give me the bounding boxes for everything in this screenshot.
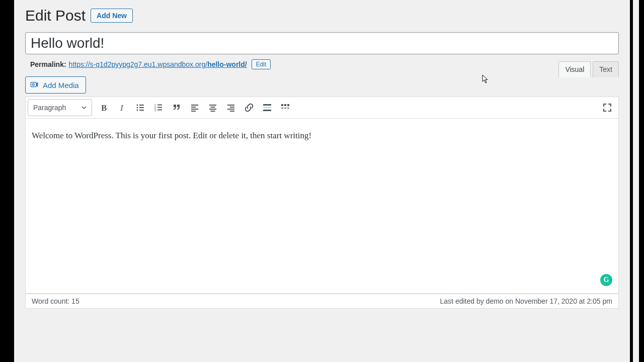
svg-rect-17 <box>191 107 196 108</box>
italic-button[interactable]: I <box>113 99 131 117</box>
right-black-bar <box>630 0 644 362</box>
add-media-label: Add Media <box>43 81 79 89</box>
read-more-icon <box>262 103 272 113</box>
bold-button[interactable]: B <box>95 99 113 117</box>
bold-icon: B <box>99 103 109 113</box>
svg-text:B: B <box>101 103 107 113</box>
permalink-link[interactable]: https://s-q1d2pyypg2g7.eu1.wpsandbox.org… <box>69 60 247 68</box>
page-header: Edit Post Add New <box>25 7 619 24</box>
post-title-input[interactable] <box>25 32 619 54</box>
align-left-icon <box>190 103 200 113</box>
svg-rect-20 <box>209 105 216 106</box>
bullet-list-icon <box>135 103 145 113</box>
add-new-button[interactable]: Add New <box>91 9 133 23</box>
svg-rect-34 <box>281 107 283 109</box>
align-right-icon <box>226 103 236 113</box>
numbered-list-icon: 123 <box>153 103 164 113</box>
align-center-icon <box>208 103 218 113</box>
content-paragraph: Welcome to WordPress. This is your first… <box>32 131 612 141</box>
align-right-button[interactable] <box>222 99 240 117</box>
svg-rect-5 <box>139 105 144 106</box>
svg-rect-35 <box>284 107 286 109</box>
svg-rect-16 <box>191 105 198 106</box>
svg-rect-9 <box>139 110 144 111</box>
read-more-button[interactable] <box>258 99 276 117</box>
link-icon <box>244 103 254 113</box>
permalink-slug: hello-world/ <box>207 60 247 68</box>
svg-rect-26 <box>227 109 234 110</box>
svg-rect-18 <box>191 109 198 110</box>
permalink-base: https://s-q1d2pyypg2g7.eu1.wpsandbox.org… <box>69 60 208 68</box>
editor-page: Edit Post Add New Permalink: https://s-q… <box>14 0 630 362</box>
svg-rect-29 <box>263 107 271 108</box>
camera-music-icon <box>30 80 39 89</box>
align-left-button[interactable] <box>186 99 204 117</box>
svg-rect-30 <box>263 110 271 111</box>
svg-point-1 <box>32 83 34 85</box>
chevron-down-icon <box>82 105 87 110</box>
edit-permalink-button[interactable]: Edit <box>252 59 271 69</box>
permalink-label: Permalink: <box>30 60 66 68</box>
status-bar: Word count: 15 Last edited by demo on No… <box>25 294 619 309</box>
svg-rect-7 <box>139 107 144 108</box>
svg-point-6 <box>137 107 138 109</box>
link-button[interactable] <box>240 99 258 117</box>
scrollbar-track[interactable] <box>633 0 639 362</box>
svg-rect-24 <box>227 105 234 106</box>
svg-text:I: I <box>120 103 124 113</box>
editor-tabs: Visual Text <box>558 61 619 77</box>
editor-toolbar: Paragraph B I 123 <box>25 97 619 119</box>
svg-rect-22 <box>209 109 216 110</box>
bullet-list-button[interactable] <box>131 99 149 117</box>
svg-text:3: 3 <box>154 109 156 112</box>
svg-rect-32 <box>284 104 286 106</box>
toolbar-toggle-button[interactable] <box>276 99 294 117</box>
tab-text[interactable]: Text <box>593 61 619 77</box>
svg-point-8 <box>137 110 138 111</box>
fullscreen-icon <box>602 103 612 113</box>
svg-rect-19 <box>191 111 196 112</box>
svg-rect-11 <box>157 105 162 106</box>
svg-rect-23 <box>211 111 215 112</box>
svg-point-4 <box>137 105 138 106</box>
svg-rect-13 <box>157 107 162 108</box>
last-edited: Last edited by demo on November 17, 2020… <box>440 297 612 305</box>
quote-icon <box>172 103 182 113</box>
tab-visual[interactable]: Visual <box>558 61 591 77</box>
toolbar-toggle-icon <box>280 103 290 113</box>
fullscreen-button[interactable] <box>598 99 616 117</box>
svg-rect-36 <box>287 107 289 109</box>
svg-rect-0 <box>31 82 36 87</box>
paragraph-select[interactable]: Paragraph <box>28 99 92 116</box>
svg-rect-25 <box>230 107 234 108</box>
italic-icon: I <box>117 103 127 113</box>
svg-rect-15 <box>157 110 162 111</box>
word-count: Word count: 15 <box>32 297 79 305</box>
grammarly-badge[interactable]: G <box>600 274 612 286</box>
paragraph-select-label: Paragraph <box>33 104 66 112</box>
svg-rect-31 <box>281 104 283 106</box>
align-center-button[interactable] <box>204 99 222 117</box>
permalink-row: Permalink: https://s-q1d2pyypg2g7.eu1.wp… <box>25 59 619 69</box>
svg-rect-33 <box>287 104 289 106</box>
numbered-list-button[interactable]: 123 <box>149 99 168 117</box>
add-media-button[interactable]: Add Media <box>25 76 86 94</box>
page-title: Edit Post <box>25 7 86 24</box>
svg-rect-21 <box>211 107 215 108</box>
editor-content-area[interactable]: Welcome to WordPress. This is your first… <box>25 119 619 294</box>
blockquote-button[interactable] <box>168 99 186 117</box>
svg-rect-28 <box>263 104 271 106</box>
svg-rect-27 <box>230 111 234 112</box>
